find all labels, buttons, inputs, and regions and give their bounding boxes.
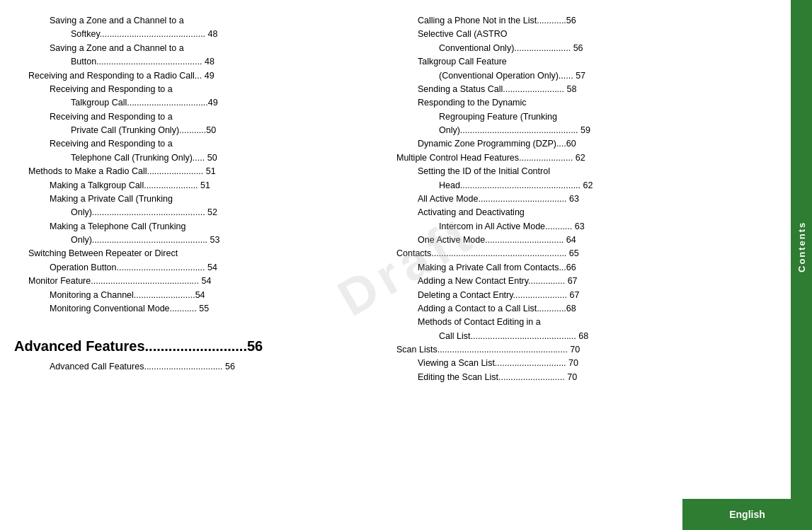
- toc-row: Private Call (Trunking Only)...........5…: [14, 124, 368, 137]
- toc-row: Head....................................…: [382, 179, 772, 192]
- toc-row: Monitoring Conventional Mode........... …: [14, 302, 368, 316]
- toc-row: Regrouping Feature (Trunking: [382, 110, 772, 124]
- toc-row: Making a Telephone Call (Trunking: [14, 220, 368, 234]
- section-header-advanced: Advanced Features.......................…: [14, 335, 368, 357]
- left-column: Saving a Zone and a Channel to a Softkey…: [0, 7, 375, 530]
- toc-row: Talkgroup Call..........................…: [14, 96, 368, 110]
- toc-row: Advanced Call Features..................…: [14, 360, 368, 374]
- toc-row: Multiple Control Head Features..........…: [382, 151, 772, 165]
- toc-row: Telephone Call (Trunking Only)..... 50: [14, 151, 368, 165]
- toc-row: Setting the ID of the Initial Control: [382, 165, 772, 178]
- left-toc-entries: Saving a Zone and a Channel to a Softkey…: [14, 14, 368, 316]
- toc-row: Saving a Zone and a Channel to a: [14, 42, 368, 55]
- toc-row: Button..................................…: [14, 55, 368, 69]
- toc-row: Making a Private Call (Trunking: [14, 192, 368, 206]
- toc-row: Only)...................................…: [382, 124, 772, 137]
- toc-row: Scan Lists..............................…: [382, 343, 772, 357]
- toc-row: Only)...................................…: [14, 206, 368, 219]
- toc-row: All Active Mode.........................…: [382, 192, 772, 206]
- main-content: Saving a Zone and a Channel to a Softkey…: [0, 0, 812, 530]
- toc-row: (Conventional Operation Only)...... 57: [382, 69, 772, 83]
- right-sidebar: Contents 3: [791, 0, 812, 530]
- toc-row: Monitor Feature.........................…: [14, 275, 368, 288]
- toc-row: Saving a Zone and a Channel to a: [14, 14, 368, 28]
- toc-row: Call List...............................…: [382, 330, 772, 343]
- toc-row: Talkgroup Call Feature: [382, 55, 772, 69]
- toc-row: Editing the Scan List...................…: [382, 371, 772, 384]
- toc-row: Making a Private Call from Contacts...66: [382, 261, 772, 275]
- toc-row: Operation Button........................…: [14, 261, 368, 275]
- toc-row: Contacts................................…: [382, 247, 772, 260]
- toc-row: Dynamic Zone Programming (DZP)....60: [382, 137, 772, 151]
- toc-row: Selective Call (ASTRO: [382, 28, 772, 41]
- toc-row: Adding a New Contact Entry..............…: [382, 275, 772, 288]
- toc-row: Switching Between Repeater or Direct: [14, 247, 368, 260]
- toc-row: Monitoring a Channel....................…: [14, 289, 368, 302]
- toc-row: Sending a Status Call...................…: [382, 83, 772, 96]
- right-column: Calling a Phone Not in the List.........…: [375, 7, 779, 530]
- english-label: English: [729, 509, 765, 520]
- toc-row: Methods of Contact Editing in a: [382, 316, 772, 329]
- toc-row: Methods to Make a Radio Call............…: [14, 165, 368, 178]
- toc-row: Receiving and Responding to a Radio Call…: [14, 69, 368, 83]
- toc-row: Deleting a Contact Entry................…: [382, 289, 772, 302]
- toc-row: Receiving and Responding to a: [14, 110, 368, 124]
- toc-row: Activating and Deactivating: [382, 206, 772, 219]
- english-bar: English: [682, 499, 812, 530]
- toc-row: One Active Mode.........................…: [382, 234, 772, 247]
- toc-row: Calling a Phone Not in the List.........…: [382, 14, 772, 28]
- toc-row: Adding a Contact to a Call List.........…: [382, 302, 772, 316]
- toc-row: Receiving and Responding to a: [14, 83, 368, 96]
- toc-row: Making a Talkgroup Call.................…: [14, 179, 368, 192]
- toc-row: Viewing a Scan List.....................…: [382, 357, 772, 370]
- toc-row: Responding to the Dynamic: [382, 96, 772, 110]
- toc-row: Intercom in All Active Mode........... 6…: [382, 220, 772, 234]
- toc-row: Softkey.................................…: [14, 28, 368, 41]
- toc-row: Receiving and Responding to a: [14, 137, 368, 151]
- toc-row: Only)...................................…: [14, 234, 368, 247]
- toc-row: Conventional Only)......................…: [382, 42, 772, 55]
- contents-label: Contents: [796, 0, 807, 508]
